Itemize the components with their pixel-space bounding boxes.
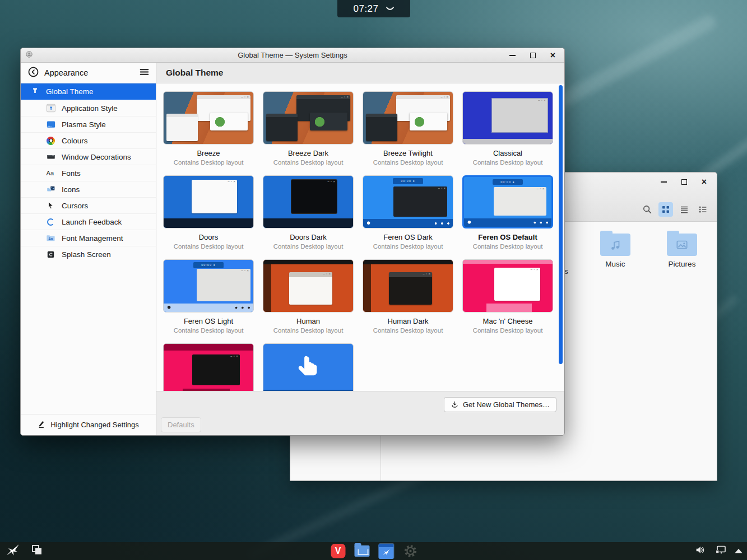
colour-wheel-icon [45, 136, 56, 146]
theme-name: Classical [462, 148, 553, 158]
folder-music[interactable]: Music [592, 229, 639, 268]
taskbar-vivaldi-icon[interactable]: V [330, 543, 346, 559]
highlighter-pen-icon [38, 419, 46, 431]
theme-card-classical[interactable]: Classical Contains Desktop layout [462, 91, 553, 166]
scrollbar[interactable] [559, 85, 563, 364]
volume-icon[interactable] [694, 544, 707, 558]
sidebar-item-launch-feedback[interactable]: Launch Feedback [21, 213, 156, 230]
settings-content: Global Theme Breeze Contains Desktop lay… [156, 63, 564, 435]
folder-label: Pictures [658, 260, 706, 268]
page-title: Global Theme [156, 63, 564, 83]
sidebar-item-label: Icons [62, 185, 80, 194]
theme-card-doors-dark[interactable]: Doors Dark Contains Desktop layout [263, 175, 354, 250]
desktop: 07:27 × [0, 0, 747, 560]
sidebar-item-font-management[interactable]: Aa Font Management [21, 230, 156, 246]
feren-tile-icon [379, 544, 394, 559]
sidebar-item-colours[interactable]: Colours [21, 132, 156, 148]
theme-name: Breeze Twilight [363, 148, 453, 158]
theme-subtitle: Contains Desktop layout [163, 326, 254, 334]
defaults-label: Defaults [168, 421, 194, 429]
theme-card-human[interactable]: Human Contains Desktop layout [263, 259, 354, 334]
sidebar-item-fonts[interactable]: Aa Fonts [21, 165, 156, 181]
plasma-style-icon [45, 119, 56, 130]
clock-widget[interactable]: 07:27 [337, 0, 410, 17]
sidebar-item-global-theme[interactable]: Global Theme [21, 83, 156, 100]
thumb-window [166, 114, 198, 141]
sidebar-title: Appearance [44, 68, 88, 77]
folder-icon [355, 545, 370, 557]
pictures-folder-icon [667, 234, 697, 256]
thumb-window [192, 354, 240, 386]
sidebar-item-application-style[interactable]: Application Style [21, 100, 156, 116]
minimize-icon[interactable] [509, 52, 516, 59]
sidebar-item-plasma-style[interactable]: Plasma Style [21, 116, 156, 132]
theme-subtitle: Contains Desktop layout [263, 158, 354, 166]
taskbar-feren-themes-icon[interactable] [378, 543, 394, 559]
theme-card-clipped-2[interactable] [263, 343, 354, 391]
theme-card-clipped-1[interactable] [163, 343, 254, 391]
icons-icon [45, 184, 56, 195]
thumb-window [192, 180, 238, 213]
sidebar-item-window-decorations[interactable]: Window Decorations [21, 148, 156, 165]
thumb-window [389, 272, 432, 305]
splash-screen-icon [45, 249, 56, 260]
launch-feedback-icon [45, 217, 56, 227]
hand-cursor-graphic [295, 352, 321, 381]
theme-thumbnail [163, 343, 254, 391]
fonts-icon: Aa [45, 168, 56, 179]
feren-logo-menu-button[interactable] [5, 543, 21, 559]
download-icon [451, 400, 459, 409]
get-new-global-themes-button[interactable]: Get New Global Themes… [444, 397, 556, 412]
theme-thumbnail [263, 91, 354, 144]
list-view-icon[interactable] [677, 202, 692, 217]
theme-card-feren-os-dark[interactable]: Feren OS Dark Contains Desktop layout [363, 175, 453, 250]
theme-subtitle: Contains Desktop layout [462, 326, 553, 334]
defaults-button[interactable]: Defaults [161, 417, 201, 432]
thumb-window [197, 269, 250, 302]
sidebar-item-label: Launch Feedback [62, 218, 122, 226]
thumb-window [296, 95, 350, 122]
get-new-global-themes-label: Get New Global Themes… [463, 400, 550, 409]
files-toolbar [640, 202, 710, 217]
details-view-icon[interactable] [695, 202, 710, 217]
maximize-icon[interactable] [529, 52, 536, 59]
application-style-icon [45, 103, 56, 114]
thumb-window [289, 272, 332, 305]
settings-titlebar[interactable]: Global Theme — System Settings × [21, 48, 564, 63]
theme-thumbnail [462, 259, 553, 312]
theme-name: Feren OS Dark [363, 232, 453, 242]
taskbar-system-settings-icon[interactable] [402, 543, 418, 559]
theme-name: Feren OS Default [462, 232, 553, 242]
theme-thumbnail [363, 175, 453, 228]
network-icon[interactable] [714, 543, 727, 559]
icon-view-icon[interactable] [658, 202, 673, 217]
sidebar-item-splash-screen[interactable]: Splash Screen [21, 246, 156, 262]
theme-card-feren-os-default-selected[interactable]: Feren OS Default Contains Desktop layout [462, 175, 553, 250]
minimize-icon[interactable] [660, 178, 667, 185]
back-icon[interactable] [27, 66, 39, 80]
highlight-changed-settings-button[interactable]: Highlight Changed Settings [21, 414, 156, 435]
show-desktop-icon[interactable] [30, 543, 44, 559]
expand-tray-icon[interactable] [735, 549, 743, 553]
thumb-window [366, 114, 397, 141]
thumb-window [266, 114, 298, 141]
theme-card-breeze[interactable]: Breeze Contains Desktop layout [163, 91, 254, 166]
taskbar-file-manager-icon[interactable] [354, 543, 370, 559]
theme-card-feren-os-light[interactable]: Feren OS Light Contains Desktop layout [163, 259, 254, 334]
close-icon[interactable]: × [700, 178, 708, 185]
theme-card-doors[interactable]: Doors Contains Desktop layout [163, 175, 254, 250]
folder-pictures[interactable]: Pictures [658, 229, 706, 268]
theme-card-mac-n-cheese[interactable]: Mac 'n' Cheese Contains Desktop layout [462, 259, 553, 334]
search-icon[interactable] [640, 202, 655, 217]
sidebar-item-icons[interactable]: Icons [21, 181, 156, 197]
close-icon[interactable]: × [549, 52, 556, 59]
theme-thumbnail [363, 259, 453, 312]
theme-thumbnail [263, 259, 354, 312]
system-settings-window: Global Theme — System Settings × Appeara… [20, 48, 565, 436]
sidebar-item-cursors[interactable]: Cursors [21, 197, 156, 213]
maximize-icon[interactable] [680, 178, 688, 185]
hamburger-menu-icon[interactable] [140, 68, 149, 78]
theme-card-human-dark[interactable]: Human Dark Contains Desktop layout [363, 259, 453, 334]
theme-card-breeze-dark[interactable]: Breeze Dark Contains Desktop layout [263, 91, 354, 166]
theme-card-breeze-twilight[interactable]: Breeze Twilight Contains Desktop layout [363, 91, 453, 166]
